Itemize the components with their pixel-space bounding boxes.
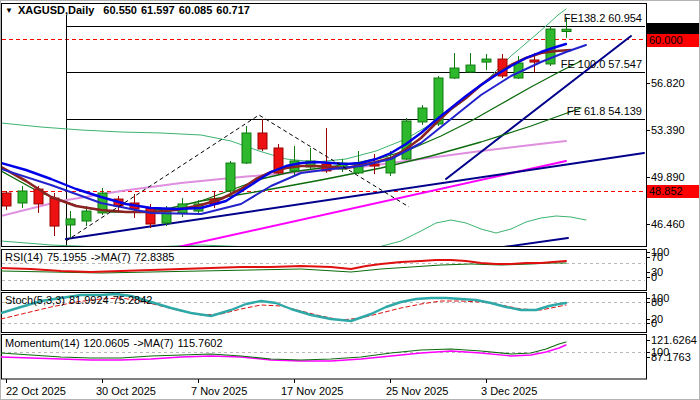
candle-body: [450, 68, 459, 78]
fib-level-label: FE138.2 60.954: [564, 12, 642, 24]
candle-body: [2, 193, 11, 206]
candle-body: [418, 108, 427, 122]
fib-level-label: FE 61.8 54.139: [567, 105, 642, 117]
momentum-value: 120.0605: [84, 337, 130, 349]
candle-body: [226, 163, 235, 191]
candles: [2, 17, 571, 238]
stoch-title: Stoch(5,3,3)81.992475.2842: [5, 294, 156, 306]
rsi-axis-label: 70: [651, 251, 663, 263]
candle-body: [530, 60, 539, 62]
date-label[interactable]: 25 Nov 2025: [386, 385, 448, 397]
price-axis-label: 49.890: [651, 171, 685, 183]
momentum-title: Momentum(14)120.0605->MA(7)115.7602: [5, 337, 227, 349]
stoch-axis-label: 0: [651, 317, 657, 329]
navy-lower-segment: [461, 238, 568, 253]
rsi-label: RSI(14): [5, 251, 43, 263]
stoch-label: Stoch(5,3,3): [5, 294, 65, 306]
date-label[interactable]: 7 Nov 2025: [191, 385, 247, 397]
close-value: 60.717: [216, 4, 250, 16]
price-tag-48.852: 48.852: [647, 185, 700, 198]
candle-body: [482, 59, 491, 62]
date-label[interactable]: 17 Nov 2025: [281, 385, 343, 397]
candle-body: [242, 133, 251, 163]
candle-body: [66, 219, 75, 225]
stoch-axis-label: 80: [651, 296, 663, 308]
candle-body: [18, 191, 27, 203]
fib-level-label: FE 100.0 57.547: [561, 58, 642, 70]
candle-body: [562, 29, 571, 31]
rsi-ma-label: ->MA(7): [91, 251, 131, 263]
high-value: 61.597: [141, 4, 175, 16]
mt4-chart-window: 60.71760.00056.82053.39049.89048.85246.4…: [0, 0, 700, 400]
chart-ohlc-title: ▼XAGUSD,Daily60.55061.59760.08560.717: [5, 4, 254, 17]
momentum-ma-value: 115.7602: [178, 337, 223, 349]
rsi-ma-value: 72.8385: [135, 251, 175, 263]
open-value: 60.550: [103, 4, 137, 16]
rsi-axis-label: 0: [651, 271, 657, 283]
low-value: 60.085: [179, 4, 213, 16]
date-label[interactable]: 22 Oct 2025: [6, 385, 66, 397]
main-chart-layer: [1, 9, 645, 253]
momentum-label: Momentum(14): [5, 337, 80, 349]
collapse-icon[interactable]: ▼: [5, 6, 13, 15]
momentum-axis-label: 121.6264: [651, 334, 697, 346]
rsi-value: 75.1955: [47, 251, 87, 263]
candle-body: [82, 211, 91, 221]
candle-body: [466, 65, 475, 72]
date-label[interactable]: 3 Dec 2025: [481, 385, 537, 397]
blue-ma-line: [1, 44, 566, 209]
rsi-title: RSI(14)75.1955->MA(7)72.8385: [5, 251, 178, 263]
price-tag-60.000: 60.000: [647, 34, 700, 47]
candle-body: [50, 198, 59, 226]
price-axis-label: 56.820: [651, 77, 685, 89]
green-ma-fast-line: [1, 61, 581, 212]
momentum-ma-label: ->MA(7): [133, 337, 173, 349]
candle-body: [146, 208, 155, 224]
symbol-period-label: XAGUSD,Daily: [18, 4, 94, 16]
price-axis-label: 53.390: [651, 124, 685, 136]
stoch-value: 81.9924: [69, 294, 109, 306]
date-label[interactable]: 30 Oct 2025: [96, 385, 156, 397]
stoch-signal-value: 75.2842: [113, 294, 153, 306]
candle-body: [258, 133, 267, 149]
momentum-axis-label: 87.1763: [651, 351, 691, 363]
price-axis-label: 46.460: [651, 218, 685, 230]
